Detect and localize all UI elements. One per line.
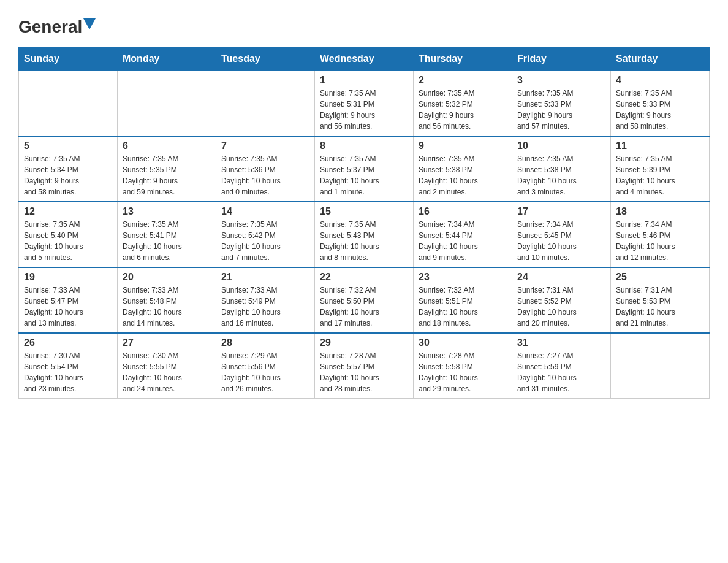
day-number: 3 xyxy=(517,75,605,86)
calendar-header-row: SundayMondayTuesdayWednesdayThursdayFrid… xyxy=(19,47,710,71)
day-info: Sunrise: 7:34 AM Sunset: 5:45 PM Dayligh… xyxy=(517,219,605,263)
calendar-cell: 20Sunrise: 7:33 AM Sunset: 5:48 PM Dayli… xyxy=(118,267,216,333)
calendar-week-row: 26Sunrise: 7:30 AM Sunset: 5:54 PM Dayli… xyxy=(19,333,710,399)
day-info: Sunrise: 7:35 AM Sunset: 5:38 PM Dayligh… xyxy=(419,153,507,197)
logo: General xyxy=(18,18,96,34)
day-info: Sunrise: 7:35 AM Sunset: 5:40 PM Dayligh… xyxy=(24,219,112,263)
calendar-cell: 7Sunrise: 7:35 AM Sunset: 5:36 PM Daylig… xyxy=(216,136,315,202)
day-info: Sunrise: 7:35 AM Sunset: 5:36 PM Dayligh… xyxy=(221,153,309,197)
day-number: 24 xyxy=(517,272,605,283)
day-number: 4 xyxy=(616,75,704,86)
calendar-cell: 4Sunrise: 7:35 AM Sunset: 5:33 PM Daylig… xyxy=(611,71,710,137)
day-number: 29 xyxy=(320,337,408,348)
day-number: 19 xyxy=(24,272,112,283)
day-number: 20 xyxy=(123,272,211,283)
day-number: 23 xyxy=(419,272,507,283)
day-number: 6 xyxy=(123,140,211,151)
calendar-cell: 17Sunrise: 7:34 AM Sunset: 5:45 PM Dayli… xyxy=(512,202,611,267)
day-number: 31 xyxy=(517,337,605,348)
day-info: Sunrise: 7:33 AM Sunset: 5:49 PM Dayligh… xyxy=(221,285,309,329)
calendar-cell: 25Sunrise: 7:31 AM Sunset: 5:53 PM Dayli… xyxy=(611,267,710,333)
calendar-cell: 6Sunrise: 7:35 AM Sunset: 5:35 PM Daylig… xyxy=(118,136,216,202)
column-header-thursday: Thursday xyxy=(414,47,512,71)
column-header-friday: Friday xyxy=(512,47,611,71)
day-number: 30 xyxy=(419,337,507,348)
day-info: Sunrise: 7:31 AM Sunset: 5:53 PM Dayligh… xyxy=(616,285,704,329)
day-number: 7 xyxy=(221,140,309,151)
calendar-table: SundayMondayTuesdayWednesdayThursdayFrid… xyxy=(18,47,710,399)
calendar-cell: 14Sunrise: 7:35 AM Sunset: 5:42 PM Dayli… xyxy=(216,202,315,267)
day-info: Sunrise: 7:35 AM Sunset: 5:37 PM Dayligh… xyxy=(320,153,408,197)
calendar-cell: 12Sunrise: 7:35 AM Sunset: 5:40 PM Dayli… xyxy=(19,202,118,267)
day-number: 28 xyxy=(221,337,309,348)
calendar-week-row: 19Sunrise: 7:33 AM Sunset: 5:47 PM Dayli… xyxy=(19,267,710,333)
day-info: Sunrise: 7:35 AM Sunset: 5:32 PM Dayligh… xyxy=(419,88,507,132)
calendar-cell xyxy=(118,71,216,137)
calendar-cell: 30Sunrise: 7:28 AM Sunset: 5:58 PM Dayli… xyxy=(414,333,512,399)
calendar-cell: 2Sunrise: 7:35 AM Sunset: 5:32 PM Daylig… xyxy=(414,71,512,137)
calendar-cell xyxy=(19,71,118,137)
logo-triangle-icon xyxy=(83,18,96,31)
day-info: Sunrise: 7:34 AM Sunset: 5:44 PM Dayligh… xyxy=(419,219,507,263)
calendar-cell: 21Sunrise: 7:33 AM Sunset: 5:49 PM Dayli… xyxy=(216,267,315,333)
day-number: 21 xyxy=(221,272,309,283)
calendar-cell: 29Sunrise: 7:28 AM Sunset: 5:57 PM Dayli… xyxy=(315,333,414,399)
day-info: Sunrise: 7:28 AM Sunset: 5:58 PM Dayligh… xyxy=(419,350,507,394)
calendar-cell: 11Sunrise: 7:35 AM Sunset: 5:39 PM Dayli… xyxy=(611,136,710,202)
calendar-cell: 18Sunrise: 7:34 AM Sunset: 5:46 PM Dayli… xyxy=(611,202,710,267)
day-number: 2 xyxy=(419,75,507,86)
day-number: 9 xyxy=(419,140,507,151)
calendar-cell xyxy=(611,333,710,399)
day-info: Sunrise: 7:35 AM Sunset: 5:35 PM Dayligh… xyxy=(123,153,211,197)
day-number: 12 xyxy=(24,206,112,217)
day-info: Sunrise: 7:35 AM Sunset: 5:34 PM Dayligh… xyxy=(24,153,112,197)
day-number: 25 xyxy=(616,272,704,283)
calendar-cell xyxy=(216,71,315,137)
calendar-cell: 23Sunrise: 7:32 AM Sunset: 5:51 PM Dayli… xyxy=(414,267,512,333)
day-info: Sunrise: 7:30 AM Sunset: 5:54 PM Dayligh… xyxy=(24,350,112,394)
day-number: 8 xyxy=(320,140,408,151)
day-info: Sunrise: 7:35 AM Sunset: 5:33 PM Dayligh… xyxy=(517,88,605,132)
calendar-cell: 31Sunrise: 7:27 AM Sunset: 5:59 PM Dayli… xyxy=(512,333,611,399)
day-info: Sunrise: 7:35 AM Sunset: 5:42 PM Dayligh… xyxy=(221,219,309,263)
day-info: Sunrise: 7:35 AM Sunset: 5:43 PM Dayligh… xyxy=(320,219,408,263)
day-info: Sunrise: 7:31 AM Sunset: 5:52 PM Dayligh… xyxy=(517,285,605,329)
calendar-cell: 27Sunrise: 7:30 AM Sunset: 5:55 PM Dayli… xyxy=(118,333,216,399)
day-info: Sunrise: 7:32 AM Sunset: 5:51 PM Dayligh… xyxy=(419,285,507,329)
day-number: 5 xyxy=(24,140,112,151)
logo-text-general: General xyxy=(18,18,82,36)
svg-marker-0 xyxy=(83,18,96,29)
day-info: Sunrise: 7:33 AM Sunset: 5:48 PM Dayligh… xyxy=(123,285,211,329)
calendar-cell: 9Sunrise: 7:35 AM Sunset: 5:38 PM Daylig… xyxy=(414,136,512,202)
column-header-wednesday: Wednesday xyxy=(315,47,414,71)
day-info: Sunrise: 7:35 AM Sunset: 5:31 PM Dayligh… xyxy=(320,88,408,132)
calendar-cell: 26Sunrise: 7:30 AM Sunset: 5:54 PM Dayli… xyxy=(19,333,118,399)
calendar-cell: 28Sunrise: 7:29 AM Sunset: 5:56 PM Dayli… xyxy=(216,333,315,399)
day-info: Sunrise: 7:29 AM Sunset: 5:56 PM Dayligh… xyxy=(221,350,309,394)
day-info: Sunrise: 7:32 AM Sunset: 5:50 PM Dayligh… xyxy=(320,285,408,329)
day-number: 15 xyxy=(320,206,408,217)
calendar-cell: 5Sunrise: 7:35 AM Sunset: 5:34 PM Daylig… xyxy=(19,136,118,202)
day-number: 18 xyxy=(616,206,704,217)
calendar-week-row: 1Sunrise: 7:35 AM Sunset: 5:31 PM Daylig… xyxy=(19,71,710,137)
day-number: 1 xyxy=(320,75,408,86)
calendar-cell: 24Sunrise: 7:31 AM Sunset: 5:52 PM Dayli… xyxy=(512,267,611,333)
day-number: 13 xyxy=(123,206,211,217)
day-info: Sunrise: 7:35 AM Sunset: 5:41 PM Dayligh… xyxy=(123,219,211,263)
day-info: Sunrise: 7:30 AM Sunset: 5:55 PM Dayligh… xyxy=(123,350,211,394)
column-header-tuesday: Tuesday xyxy=(216,47,315,71)
day-number: 26 xyxy=(24,337,112,348)
calendar-week-row: 5Sunrise: 7:35 AM Sunset: 5:34 PM Daylig… xyxy=(19,136,710,202)
day-number: 22 xyxy=(320,272,408,283)
day-info: Sunrise: 7:35 AM Sunset: 5:38 PM Dayligh… xyxy=(517,153,605,197)
day-info: Sunrise: 7:28 AM Sunset: 5:57 PM Dayligh… xyxy=(320,350,408,394)
calendar-cell: 13Sunrise: 7:35 AM Sunset: 5:41 PM Dayli… xyxy=(118,202,216,267)
calendar-week-row: 12Sunrise: 7:35 AM Sunset: 5:40 PM Dayli… xyxy=(19,202,710,267)
day-number: 17 xyxy=(517,206,605,217)
column-header-sunday: Sunday xyxy=(19,47,118,71)
day-info: Sunrise: 7:33 AM Sunset: 5:47 PM Dayligh… xyxy=(24,285,112,329)
calendar-cell: 1Sunrise: 7:35 AM Sunset: 5:31 PM Daylig… xyxy=(315,71,414,137)
day-info: Sunrise: 7:34 AM Sunset: 5:46 PM Dayligh… xyxy=(616,219,704,263)
day-info: Sunrise: 7:27 AM Sunset: 5:59 PM Dayligh… xyxy=(517,350,605,394)
page-header: General xyxy=(18,18,710,34)
